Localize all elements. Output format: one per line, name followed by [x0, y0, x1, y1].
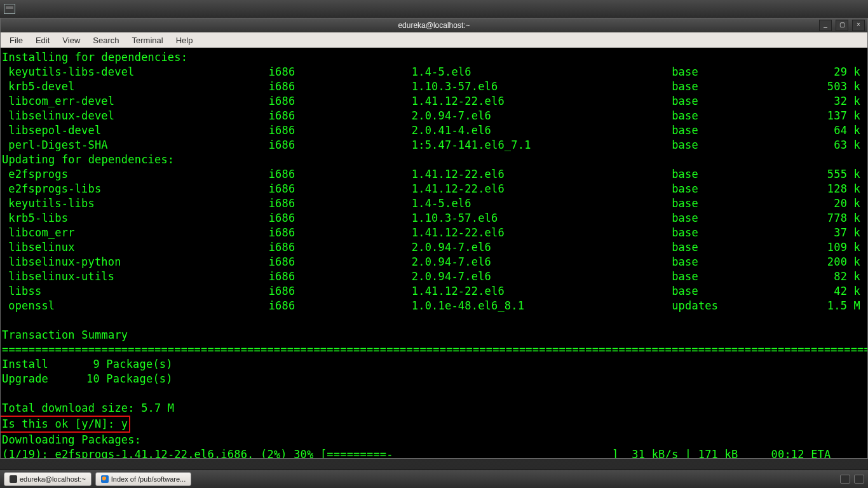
system-monitor-icon[interactable] — [4, 4, 15, 14]
section-updating-header: Updating for dependencies: — [2, 152, 866, 167]
package-row: libselinux-develi6862.0.94-7.el6base137 … — [2, 109, 866, 123]
confirm-prompt-line: Is this ok [y/N]: y — [2, 416, 866, 433]
desktop-bottom-panel: edureka@localhost:~ Index of /pub/softwa… — [0, 470, 868, 488]
window-close-button[interactable]: × — [852, 20, 865, 31]
package-row: libcom_err-develi6861.41.12-22.el6base32… — [2, 94, 866, 109]
total-download-size: Total download size: 5.7 M — [2, 401, 866, 416]
package-row: krb5-libsi6861.10.3-57.el6base778 k — [2, 211, 866, 226]
window-titlebar[interactable]: edureka@localhost:~ _ ▢ × — [1, 18, 867, 32]
package-row: krb5-develi6861.10.3-57.el6base503 k — [2, 79, 866, 94]
menu-search[interactable]: Search — [86, 34, 125, 46]
package-row: libcom_erri6861.41.12-22.el6base37 k — [2, 226, 866, 240]
taskbar-button-terminal[interactable]: edureka@localhost:~ — [4, 472, 92, 486]
desktop-top-panel — [0, 0, 868, 18]
transaction-summary-title: Transaction Summary — [2, 328, 866, 342]
package-row: libselinux-utilsi6862.0.94-7.el6base82 k — [2, 269, 866, 284]
summary-install-line: Install 9 Package(s) — [2, 357, 866, 372]
package-row: libsepol-develi6862.0.41-4.el6base64 k — [2, 123, 866, 138]
terminal-icon — [10, 475, 17, 483]
tray-icon-1[interactable] — [840, 475, 850, 484]
package-row: libselinuxi6862.0.94-7.el6base109 k — [2, 240, 866, 255]
window-maximize-button[interactable]: ▢ — [836, 20, 848, 31]
downloading-packages-line: Downloading Packages: — [2, 433, 866, 447]
window-minimize-button[interactable]: _ — [819, 20, 832, 31]
terminal-window: edureka@localhost:~ _ ▢ × File Edit View… — [0, 18, 868, 459]
window-title: edureka@localhost:~ — [398, 21, 470, 30]
package-row: openssli6861.0.1e-48.el6_8.1updates1.5 M — [2, 299, 866, 313]
menu-help[interactable]: Help — [170, 34, 200, 46]
separator-line: ========================================… — [2, 342, 866, 357]
terminal-menubar: File Edit View Search Terminal Help — [1, 32, 867, 48]
menu-edit[interactable]: Edit — [29, 34, 56, 46]
menu-terminal[interactable]: Terminal — [126, 34, 170, 46]
terminal-body[interactable]: Installing for dependencies: keyutils-li… — [1, 48, 867, 458]
package-row: libselinux-pythoni6862.0.94-7.el6base200… — [2, 255, 866, 269]
package-row: keyutils-libs-develi6861.4-5.el6base29 k — [2, 65, 866, 79]
package-row: e2fsprogsi6861.41.12-22.el6base555 k — [2, 167, 866, 182]
download-progress-line: (1/19): e2fsprogs-1.41.12-22.el6.i686. (… — [2, 447, 866, 458]
package-row: libssi6861.41.12-22.el6base42 k — [2, 284, 866, 299]
menu-file[interactable]: File — [3, 34, 29, 46]
menu-view[interactable]: View — [56, 34, 86, 46]
package-row: keyutils-libsi6861.4-5.el6base20 k — [2, 196, 866, 211]
taskbar-button-firefox[interactable]: Index of /pub/software... — [95, 472, 191, 486]
section-installing-header: Installing for dependencies: — [2, 50, 866, 65]
summary-upgrade-line: Upgrade10 Package(s) — [2, 372, 866, 386]
package-row: perl-Digest-SHAi6861:5.47-141.el6_7.1bas… — [2, 138, 866, 152]
package-row: e2fsprogs-libsi6861.41.12-22.el6base128 … — [2, 182, 866, 196]
firefox-icon — [101, 475, 109, 483]
tray-icon-2[interactable] — [854, 475, 864, 484]
